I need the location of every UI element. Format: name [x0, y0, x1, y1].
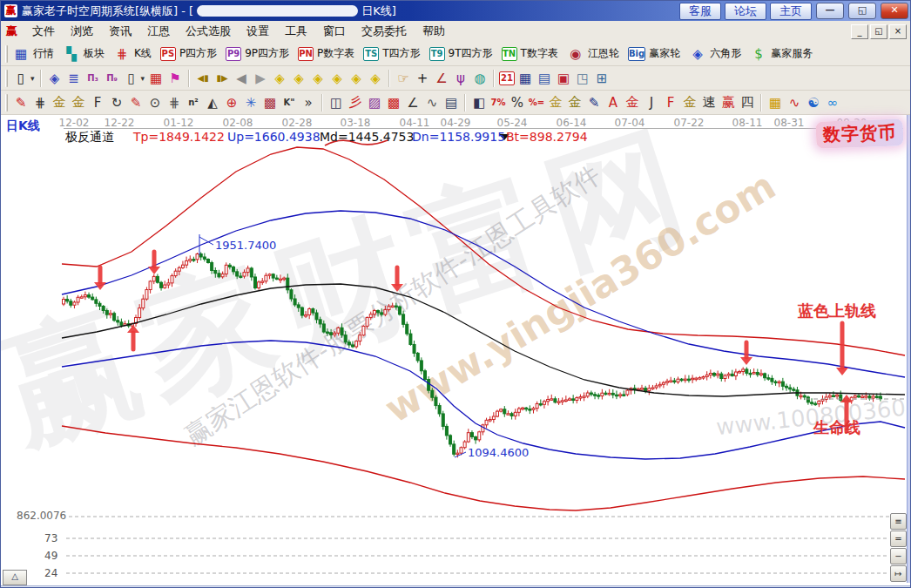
more-tools-icon[interactable]: » — [300, 93, 317, 112]
target-grid-icon[interactable]: ▩ — [261, 93, 279, 112]
angle-a-icon[interactable]: ◭ — [204, 93, 221, 112]
quotes-icon[interactable]: ▦ — [12, 44, 30, 64]
gann-wheel-label[interactable]: 江恩轮 — [588, 46, 619, 61]
ruler-ticks-icon[interactable]: ⋕ — [165, 93, 183, 112]
cycle-cloud-icon[interactable]: ◍ — [471, 69, 489, 88]
angle-meter-icon[interactable]: ∠ — [433, 69, 450, 88]
dia-expand-icon[interactable]: ◈ — [309, 69, 327, 88]
su-angle-icon[interactable]: 速 — [700, 93, 718, 112]
steps-3-icon[interactable]: Π₃ — [84, 69, 102, 88]
steps-9-icon[interactable]: Π₉ — [104, 69, 121, 88]
candle-pick-dropdown[interactable]: ▾ — [141, 74, 145, 83]
menu-帮助[interactable]: 帮助 — [415, 23, 453, 39]
f-angle-icon[interactable]: F — [662, 93, 679, 112]
minimize-button[interactable]: — — [816, 3, 844, 19]
n-squared-icon[interactable]: n² — [185, 93, 202, 112]
gann-ruler-icon[interactable]: ⋕ — [31, 93, 49, 112]
menu-公式选股[interactable]: 公式选股 — [178, 23, 239, 39]
tool-purple-icon[interactable]: ψ — [452, 69, 469, 88]
restore-button[interactable]: ◱ — [848, 3, 876, 19]
si-angle-icon[interactable]: 四 — [739, 93, 756, 112]
digital-currency-tag[interactable]: 数字货币 — [815, 118, 903, 148]
gold-lines-icon[interactable]: 金 — [566, 93, 584, 112]
pane-box-icon[interactable]: ◫ — [327, 93, 345, 112]
pencil-ruler-icon[interactable]: ✎ — [127, 93, 145, 112]
calculator-icon[interactable]: ▦ — [516, 69, 534, 88]
menu-文件[interactable]: 文件 — [24, 23, 63, 39]
snapshot-icon[interactable]: ◳ — [574, 69, 591, 88]
f-tool-icon[interactable]: F — [89, 93, 106, 112]
t-square-icon[interactable]: TS — [363, 47, 379, 61]
brush-icon[interactable]: ✎ — [585, 93, 603, 112]
dia-left-icon[interactable]: ◈ — [271, 69, 288, 88]
infinity-icon[interactable]: ∞ — [824, 93, 841, 112]
mdi-minimize-button[interactable]: _ — [851, 24, 868, 39]
p-number-icon[interactable]: PN — [298, 47, 314, 61]
kline-style-dropdown[interactable]: ▾ — [30, 74, 35, 83]
toolbar-grip[interactable] — [5, 94, 8, 112]
winner-service-label[interactable]: 赢家服务 — [771, 46, 813, 61]
gold-grid-2-icon[interactable]: 金 — [70, 93, 87, 112]
sectors-label[interactable]: 板块 — [84, 46, 105, 61]
book-icon[interactable]: ▤ — [442, 93, 460, 112]
pattern-icon[interactable]: ◈ — [46, 69, 64, 88]
dia-right-icon[interactable]: ◈ — [290, 69, 307, 88]
p-square-label[interactable]: P四方形 — [179, 46, 217, 61]
snowflake-icon[interactable]: ✳ — [242, 93, 260, 112]
kline-style-icon[interactable]: ▯ — [12, 69, 30, 88]
first-bar-icon[interactable]: ◀▮ — [194, 69, 212, 88]
yinyang-icon[interactable]: ☯ — [805, 93, 822, 112]
grid-hatch-icon[interactable]: ▦ — [147, 69, 165, 88]
grid-yellow-icon[interactable]: ▦ — [766, 93, 784, 112]
circle-cycle-icon[interactable]: ⊙ — [146, 93, 164, 112]
quotes-label[interactable]: 行情 — [33, 46, 54, 61]
chart-area[interactable]: 赢家财富网赢家江恩软件-股票分析软件-江恩工具软件www.yingjia360.… — [1, 115, 907, 583]
angle-fan-icon[interactable]: ∠ — [404, 93, 422, 112]
crosshair-icon[interactable]: + — [414, 69, 431, 88]
menu-设置[interactable]: 设置 — [239, 23, 277, 39]
t9-square-icon[interactable]: T9 — [429, 47, 445, 61]
box-red-icon[interactable]: ▩ — [385, 93, 402, 112]
p9-square-icon[interactable]: P9 — [226, 47, 241, 61]
computer-icon[interactable]: ⊞ — [593, 69, 611, 88]
prev-bar-icon[interactable]: ◀ — [233, 69, 250, 88]
mdi-close-button[interactable]: × — [889, 24, 907, 39]
next-bar-icon[interactable]: ▶ — [252, 69, 269, 88]
k-quote-icon[interactable]: K" — [280, 93, 298, 112]
candle-pick-icon[interactable]: ▯ — [123, 69, 140, 88]
hand-drag-icon[interactable]: ☞ — [395, 69, 412, 88]
winner-wheel-icon[interactable]: Big — [628, 47, 645, 61]
homepage-button[interactable]: 主页 — [770, 3, 812, 20]
draw-pencil-icon[interactable]: ✎ — [12, 93, 30, 112]
winner-wheel-label[interactable]: 赢家轮 — [649, 46, 680, 61]
customer-service-button[interactable]: 客服 — [679, 3, 721, 20]
p-number-label[interactable]: P数字表 — [317, 46, 354, 61]
a-wave-icon[interactable]: A — [604, 93, 622, 112]
chart-canvas[interactable] — [1, 115, 907, 583]
menu-窗口[interactable]: 窗口 — [315, 23, 354, 39]
percent-strike-icon[interactable]: 7% — [489, 93, 507, 112]
kline-icon[interactable]: ⋕ — [113, 44, 131, 64]
spiral-icon[interactable]: ↻ — [108, 93, 125, 112]
target-red-icon[interactable]: ⊕ — [223, 93, 240, 112]
p-square-icon[interactable]: PS — [160, 47, 176, 61]
p9-square-label[interactable]: 9P四方形 — [245, 46, 289, 61]
gold-angle-icon[interactable]: 金 — [681, 93, 698, 112]
gold-box-icon[interactable]: 金 — [624, 93, 641, 112]
bar-stats-icon[interactable]: ◧ — [470, 93, 488, 112]
notepad-icon[interactable]: ▤ — [536, 69, 553, 88]
gann-wheel-icon[interactable]: ◉ — [567, 44, 584, 64]
menu-江恩[interactable]: 江恩 — [139, 23, 178, 39]
toolbar-grip[interactable] — [5, 45, 8, 63]
close-button[interactable]: ✕ — [881, 3, 908, 19]
dia-shrink-icon[interactable]: ◈ — [328, 69, 346, 88]
hexagon-icon[interactable]: ◈ — [689, 44, 706, 64]
menu-资讯[interactable]: 资讯 — [101, 23, 139, 39]
gold-circle-icon[interactable]: 金 — [547, 93, 564, 112]
winner-service-icon[interactable]: $ — [750, 44, 767, 64]
j-angle-icon[interactable]: J — [643, 93, 660, 112]
dia-compress-icon[interactable]: ◈ — [348, 69, 365, 88]
gold-grid-1-icon[interactable]: 金 — [51, 93, 68, 112]
percent-lines-icon[interactable]: %= — [528, 93, 545, 112]
forum-button[interactable]: 论坛 — [725, 3, 766, 20]
